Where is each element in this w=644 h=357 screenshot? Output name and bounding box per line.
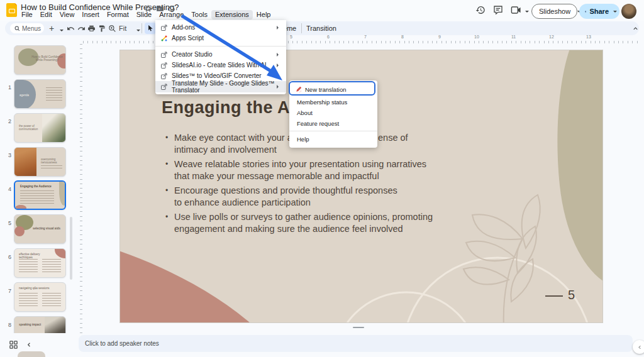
collapse-filmstrip-icon[interactable] [26, 341, 33, 348]
bullet-line[interactable]: •Encourage questions and provide thought… [165, 185, 397, 195]
addon-icon [160, 24, 168, 31]
menu-arrange[interactable]: Arrange [155, 10, 187, 19]
menu-extensions[interactable]: Extensions [211, 10, 253, 19]
menu-format[interactable]: Format [103, 10, 133, 19]
bullet-line[interactable]: engagement and making sure the audience … [165, 224, 403, 234]
share-button[interactable]: Share [579, 4, 619, 19]
slide-thumbnail-7[interactable]: effective delivery techniques [14, 248, 66, 278]
speaker-notes-input[interactable]: Click to add speaker notes [79, 335, 633, 352]
top-bar: How to Build Confidence While Presenting… [0, 0, 644, 21]
bullet-line[interactable]: •Weave relatable stories into your prese… [165, 159, 426, 169]
menu-item-translate-my-slide[interactable]: Translate My Slide - Google Slides™ Tran… [155, 81, 286, 92]
zoom-in-icon[interactable] [108, 21, 116, 35]
redo-button[interactable] [77, 21, 86, 35]
menu-item-add-ons[interactable]: Add-ons [155, 22, 286, 33]
bullet-line[interactable]: intimacy and involvement [165, 145, 277, 155]
page-number-dash [545, 295, 563, 297]
share-dropdown-caret[interactable] [613, 11, 617, 14]
zoom-add-caret[interactable] [60, 30, 64, 33]
bullet-line[interactable]: •Use live polls or surveys to gather aud… [165, 212, 433, 222]
thumb-photo [14, 148, 36, 177]
account-avatar[interactable] [621, 4, 636, 19]
speaker-notes-placeholder: Click to add speaker notes [85, 340, 159, 347]
slide-thumbnail-1[interactable]: How to Build Confidence While Presenting… [14, 45, 66, 75]
comments-icon[interactable] [493, 5, 503, 15]
thumb-rust-blob [14, 226, 25, 236]
slideshow-label: Slideshow [532, 8, 575, 15]
camera-dropdown-caret[interactable] [525, 11, 529, 14]
slides-logo-icon[interactable] [6, 3, 17, 17]
menu-slide[interactable]: Slide [133, 10, 155, 19]
thumb-text-lines [46, 87, 62, 102]
slide-thumbnail-4[interactable]: overcoming nervousness [14, 147, 66, 177]
submenu-item-about[interactable]: About [289, 107, 377, 118]
thumb-olive-blob [59, 182, 66, 206]
corner-pill-decoration [18, 351, 45, 357]
collapse-toolbar-chevron[interactable] [632, 21, 639, 35]
slide-thumbnail-2[interactable]: agenda [14, 79, 66, 109]
thumb-text-lines [41, 165, 62, 169]
menu-tools[interactable]: Tools [187, 10, 211, 19]
slide-thumbnail-3[interactable]: the power of communication [14, 113, 66, 143]
menu-insert[interactable]: Insert [78, 10, 103, 19]
menu-view[interactable]: View [56, 10, 79, 19]
menus-label: Menus [22, 25, 41, 32]
menu-item-creator-studio[interactable]: Creator Studio [155, 49, 286, 60]
menu-bar: File Edit View Insert Format Slide Arran… [18, 10, 274, 19]
thumb-rust-blob [55, 249, 66, 258]
search-menus-button[interactable]: Menus [10, 23, 44, 33]
thumb-text-lines [19, 293, 38, 307]
notes-resize-handle[interactable] [353, 327, 364, 328]
transition-button[interactable]: Transition [306, 21, 336, 35]
slide-thumbnail-6[interactable]: selecting visual aids [14, 214, 66, 244]
meet-camera-icon[interactable] [511, 6, 521, 14]
share-label: Share [586, 8, 611, 15]
thumb-photo [42, 114, 66, 143]
submenu-arrow [277, 26, 280, 30]
select-tool-button[interactable] [145, 23, 156, 34]
print-icon[interactable] [87, 21, 96, 35]
slideshow-button[interactable]: Slideshow [531, 4, 577, 19]
undo-button[interactable] [67, 21, 75, 35]
slide-title[interactable]: Engaging the Au [162, 98, 301, 118]
vertical-ruler [76, 44, 82, 333]
slide-thumbnail-8[interactable]: navigating q&a sessions [14, 282, 66, 312]
fit-zoom-select[interactable]: Fit [119, 21, 126, 35]
search-icon [14, 26, 20, 31]
menu-edit[interactable]: Edit [36, 10, 56, 19]
menu-item-slidesai[interactable]: SlidesAI.io - Create Slides With AI [155, 60, 286, 70]
menu-item-apps-script[interactable]: Apps Script [155, 33, 286, 43]
page-number: 5 [568, 288, 575, 302]
submenu-arrow [277, 53, 280, 57]
thumb-text-lines [19, 259, 38, 273]
extensions-menu: Add-ons Apps Script Creator Studio Slide… [155, 20, 286, 94]
slide-thumbnail-5-selected[interactable]: Engaging the Audience [14, 180, 66, 210]
bullet-line-fragment[interactable]: ense of [378, 133, 408, 143]
submenu-item-membership-status[interactable]: Membership status [289, 97, 377, 107]
apps-script-icon [160, 35, 168, 42]
paint-format-icon[interactable] [98, 21, 106, 35]
bullet-line[interactable]: to enhance audience participation [165, 197, 311, 207]
thumb-text-lines [42, 259, 61, 273]
toolbar: Menus + Fit Theme Transition [5, 21, 639, 35]
submenu-item-help[interactable]: Help [289, 134, 377, 145]
menu-help[interactable]: Help [253, 10, 275, 19]
filmstrip-scrollbar[interactable] [70, 217, 72, 280]
version-history-icon[interactable] [475, 5, 486, 15]
side-panel-toggle-button[interactable] [633, 340, 644, 354]
bottom-bar: Click to add speaker notes [0, 333, 644, 357]
grid-view-icon[interactable] [9, 340, 18, 349]
fit-label: Fit [119, 25, 126, 32]
submenu-item-feature-request[interactable]: Feature request [289, 118, 377, 129]
submenu-arrow [277, 63, 280, 67]
fit-caret[interactable] [136, 30, 140, 33]
thumb-text-lines [42, 293, 61, 307]
menu-file[interactable]: File [18, 10, 36, 19]
filmstrip-panel: 1 How to Build Confidence While Presenti… [0, 38, 75, 333]
thumb-text-lines [20, 190, 54, 206]
thumb-rust-blob [15, 205, 26, 210]
zoom-add-button[interactable]: + [49, 21, 54, 35]
bullet-line[interactable]: •Make eye contact with your a [165, 133, 292, 143]
new-translation-highlight-box [289, 81, 375, 96]
bullet-line[interactable]: that make your message memorable and imp… [165, 171, 379, 181]
